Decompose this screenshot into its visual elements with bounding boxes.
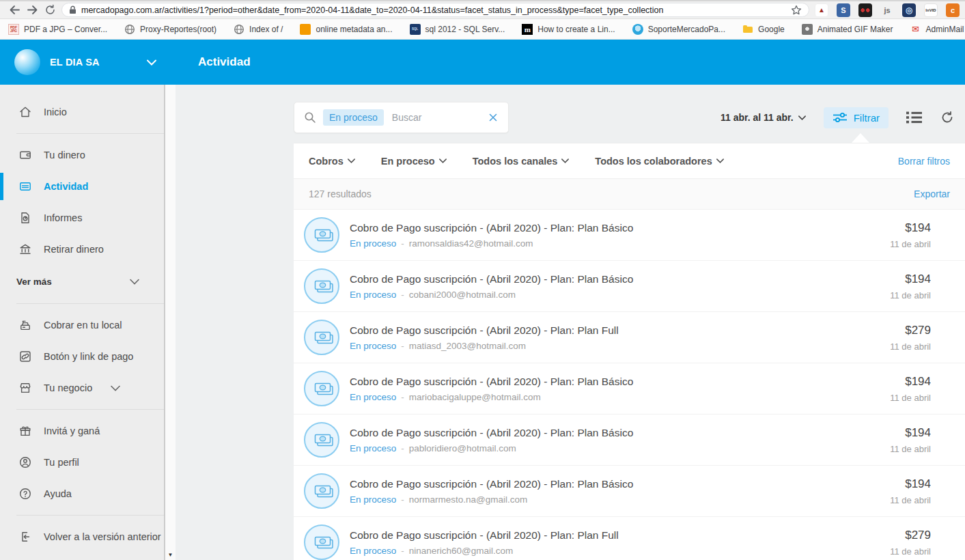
capture-extension-icon[interactable]: ◎ [902,3,916,17]
chevron-down-icon [716,158,724,163]
back-arrow-icon [18,530,32,544]
sidebar-item-tu-negocio[interactable]: Tu negocio [0,372,164,404]
account-switcher[interactable]: EL DIA SA [0,40,176,85]
separator: - [401,290,404,300]
lock-icon [69,5,76,14]
date-range-selector[interactable]: 11 abr. al 11 abr. [721,112,806,123]
bookmark-animated-gif-maker[interactable]: Animated GIF Maker [802,24,893,35]
bookmark-sql-2012[interactable]: SQL sql 2012 - SQL Serv... [410,24,505,35]
payer-email: matiasd_2003@hotmail.com [409,341,526,351]
back-arrow-icon [9,4,20,16]
status-badge: En proceso [350,392,396,402]
payment-bills-icon [304,217,339,253]
sidebar-item-inicio[interactable]: Inicio [0,96,164,128]
transaction-row[interactable]: Cobro de Pago suscripción - (Abril 2020)… [294,261,965,312]
sidebar-item-tu-perfil[interactable]: Tu perfil [0,447,164,478]
sidebar-item-invita-y-gana[interactable]: Invitá y ganá [0,415,164,447]
refresh-button[interactable] [940,111,954,124]
transaction-row[interactable]: Cobro de Pago suscripción - (Abril 2020)… [294,210,965,261]
sidebar-divider [16,515,164,516]
chevron-down-icon [147,59,156,66]
bookmark-adminmail[interactable]: ✉ AdminMail [910,24,964,35]
close-icon [488,112,499,123]
sidebar-item-volver-version-anterior[interactable]: Volver a la versión anterior [0,521,164,552]
sidebar-item-ayuda[interactable]: Ayuda [0,478,164,509]
payer-email: normarmesto.na@gmail.com [409,494,528,505]
sidebar-item-tu-dinero[interactable]: Tu dinero [0,139,164,171]
dropdown-operation-type[interactable]: Cobros [309,156,355,167]
export-link[interactable]: Exportar [914,188,950,199]
payer-email: pabloridiero@hotmail.com [409,443,516,453]
sidebar-item-boton-y-link[interactable]: Botón y link de pago [0,341,164,372]
search-input[interactable]: En proceso Buscar [294,102,509,133]
js-extension-icon[interactable]: js [880,3,894,17]
filter-button[interactable]: Filtrar [824,107,889,128]
payer-email: mariobacigaluppe@hotmail.com [409,392,541,402]
orange-favicon [300,24,311,35]
mask-extension-icon[interactable] [858,3,872,17]
bookmark-index-of[interactable]: Index of / [234,24,283,35]
transaction-amount: $279 [890,324,931,337]
address-bar[interactable]: mercadopago.com.ar/activities/1?period=o… [61,3,809,17]
bookmark-folder-google[interactable]: Google [742,24,785,35]
status-badge: En proceso [350,290,396,300]
sidebar-item-ver-mas[interactable]: Ver más [0,265,164,298]
forward-button[interactable] [23,2,41,18]
payment-link-icon [18,350,32,363]
bookmark-pdf-a-jpg[interactable]: PDFJPG PDF a JPG – Conver... [8,24,107,35]
dropdown-status[interactable]: En proceso [381,156,447,167]
status-badge: En proceso [350,443,396,453]
bookmark-proxy-reportes[interactable]: Proxy-Reportes(root) [124,24,216,35]
page-header: Actividad [176,40,965,85]
folder-favicon [742,24,753,35]
sidebar-item-actividad[interactable]: Actividad [0,171,164,202]
transaction-date: 11 de abril [890,495,931,505]
adobe-acrobat-extension-icon[interactable]: ▲ [815,3,828,17]
bookmark-star-icon[interactable] [791,5,802,16]
extensions-area: ▲ S js ◎ InVID c [815,3,960,17]
filters-row: Cobros En proceso Todos los canales Todo… [294,143,965,178]
chevron-down-icon [798,115,806,120]
back-button[interactable] [5,2,23,18]
status-badge: En proceso [350,238,396,249]
bookmark-how-to-create[interactable]: m How to create a Lin... [522,24,615,35]
transaction-row[interactable]: Cobro de Pago suscripción - (Abril 2020)… [294,312,965,363]
transaction-row[interactable]: Cobro de Pago suscripción - (Abril 2020)… [294,363,965,415]
results-count: 127 resultados [309,188,372,199]
list-view-button[interactable] [906,111,923,124]
transaction-amount: $194 [890,272,931,286]
transaction-row[interactable]: Cobro de Pago suscripción - (Abril 2020)… [294,415,965,466]
bookmark-online-metadata[interactable]: online metadata an... [300,24,392,35]
sidebar-item-informes[interactable]: Informes [0,202,164,234]
payer-email: cobani2000@hotmail.com [409,290,516,300]
sidebar-divider [16,303,164,304]
list-icon [906,111,923,124]
sidebar-divider [16,133,164,134]
transaction-date: 11 de abril [890,444,931,454]
report-icon [18,211,32,225]
separator: - [401,443,404,453]
reload-button[interactable] [41,2,59,18]
transaction-title: Cobro de Pago suscripción - (Abril 2020)… [350,478,633,490]
s-extension-icon[interactable]: S [837,3,850,17]
transaction-row[interactable]: Cobro de Pago suscripción - (Abril 2020)… [294,517,965,560]
search-filter-chip[interactable]: En proceso [323,109,384,126]
dropdown-channels[interactable]: Todos los canales [473,156,570,167]
payment-bills-icon [304,524,339,560]
dropdown-collaborators[interactable]: Todos los colaboradores [595,156,723,167]
chevron-down-icon [348,158,355,163]
invid-extension-icon[interactable]: InVID [924,3,938,17]
sidebar-item-cobrar-en-tu-local[interactable]: Cobrar en tu local [0,309,164,341]
transaction-row[interactable]: Cobro de Pago suscripción - (Abril 2020)… [294,466,965,517]
clear-filters-link[interactable]: Borrar filtros [898,156,950,167]
scrollbar-down-arrow[interactable]: ▼ [165,552,176,558]
sidebar-scrollbar[interactable]: ▼ [164,85,176,560]
colorzilla-extension-icon[interactable]: c [946,3,960,17]
activity-card-icon [18,180,32,193]
separator: - [401,494,404,505]
clear-search-button[interactable] [488,112,499,123]
sliders-icon [833,112,848,123]
bookmark-soporte-mercadopago[interactable]: SoporteMercadoPa... [632,24,725,35]
sidebar-item-retirar-dinero[interactable]: Retirar dinero [0,234,164,265]
status-badge: En proceso [350,341,396,351]
